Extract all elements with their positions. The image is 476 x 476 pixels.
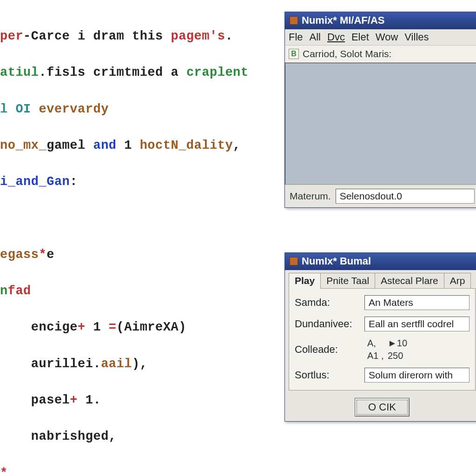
code-token: l OI bbox=[0, 102, 39, 116]
code-token: per bbox=[0, 29, 23, 43]
code-token: gamel bbox=[46, 139, 93, 152]
window-title: NumIx* Bumal bbox=[302, 255, 371, 267]
toolbar-text: Carriod, Solot Maris: bbox=[303, 48, 391, 60]
code-token: 1 bbox=[93, 320, 108, 334]
code-token: * bbox=[39, 248, 47, 262]
code-token: craplent bbox=[186, 66, 249, 79]
code-token: 1. bbox=[86, 393, 101, 407]
tabstrip: Play Pnite Taal Astecal Plare Arp bbox=[285, 270, 476, 288]
titlebar[interactable]: NumIx* Bumal bbox=[285, 253, 476, 270]
titlebar[interactable]: Numix* MI/AF/AS bbox=[285, 12, 476, 29]
materum-label: Materum. bbox=[290, 191, 331, 202]
code-token: i_and_Gan bbox=[0, 175, 70, 189]
code-token: aurillei. bbox=[0, 357, 101, 371]
code-token: evervardy bbox=[39, 102, 109, 116]
menu-fle[interactable]: Fle bbox=[289, 31, 303, 43]
toolbar: B Carriod, Solot Maris: bbox=[285, 46, 476, 63]
colleade-a1-value: ►10 bbox=[388, 338, 469, 349]
code-token: (AimreXA) bbox=[117, 320, 186, 334]
menu-all[interactable]: All bbox=[310, 31, 321, 43]
sortlus-label: Sortlus: bbox=[295, 369, 364, 381]
sortlus-field[interactable]: Solum direrorn with bbox=[364, 368, 469, 383]
form-area: Samda: An Maters Dundanivee: Eall an ser… bbox=[289, 288, 476, 390]
status-row: Materum. Selenosdout.0 bbox=[285, 185, 476, 207]
colleade-a2-label: A1 , bbox=[364, 350, 388, 361]
button-row: O CIK bbox=[285, 395, 476, 421]
code-token: .fisls crimtmied a bbox=[39, 66, 186, 79]
code-token: * bbox=[0, 466, 8, 476]
code-token: no_mx_ bbox=[0, 139, 46, 152]
tab-pnite-taal[interactable]: Pnite Taal bbox=[320, 273, 375, 288]
code-token: + bbox=[78, 320, 93, 334]
code-token: -Carce i dram this bbox=[23, 29, 171, 43]
code-token: egass bbox=[0, 248, 39, 262]
code-token: e bbox=[46, 248, 54, 262]
colleade-grid: A, ►10 A1 , 250 bbox=[364, 338, 469, 361]
code-token: encige bbox=[0, 320, 78, 334]
materum-field[interactable]: Selenosdout.0 bbox=[336, 189, 475, 204]
window-numix-miafas: Numix* MI/AF/AS Fle All Dvc Elet Wow Vil… bbox=[284, 12, 476, 208]
menu-dvc[interactable]: Dvc bbox=[327, 31, 345, 43]
code-token: : bbox=[70, 175, 78, 189]
ok-button[interactable]: O CIK bbox=[355, 398, 410, 416]
code-token: = bbox=[109, 320, 117, 334]
colleade-label: Colleade: bbox=[295, 344, 364, 356]
menu-wow[interactable]: Wow bbox=[376, 31, 398, 43]
code-token: ), bbox=[132, 357, 147, 371]
samda-label: Samda: bbox=[295, 297, 364, 309]
menu-villes[interactable]: Villes bbox=[404, 31, 429, 43]
code-token: n bbox=[0, 284, 8, 298]
content-area[interactable] bbox=[285, 63, 476, 185]
app-icon bbox=[290, 257, 298, 265]
app-icon bbox=[290, 16, 298, 25]
code-token: nabrishged, bbox=[0, 430, 117, 443]
code-editor[interactable]: per-Carce i dram this pagem's. atiul.fis… bbox=[0, 9, 274, 476]
colleade-a2-value: 250 bbox=[388, 350, 469, 361]
code-token: aail bbox=[101, 357, 132, 371]
tab-astecal-plare[interactable]: Astecal Plare bbox=[375, 273, 444, 288]
code-token: 1 bbox=[117, 139, 140, 152]
code-token: pasel bbox=[0, 393, 70, 407]
menu-elet[interactable]: Elet bbox=[351, 31, 369, 43]
code-token: hoctN_dality bbox=[140, 139, 233, 152]
code-token: + bbox=[70, 393, 85, 407]
dundanivee-label: Dundanivee: bbox=[295, 318, 364, 330]
window-numix-bumal: NumIx* Bumal Play Pnite Taal Astecal Pla… bbox=[284, 252, 476, 422]
code-token: pagem's bbox=[171, 29, 225, 43]
toolbar-button-b[interactable]: B bbox=[289, 49, 299, 59]
tab-play[interactable]: Play bbox=[289, 273, 321, 289]
code-token: atiul bbox=[0, 66, 39, 79]
window-title: Numix* MI/AF/AS bbox=[302, 14, 384, 26]
dundanivee-field[interactable]: Eall an sertfll codrel bbox=[364, 317, 469, 331]
code-token: fad bbox=[8, 284, 31, 298]
menubar: Fle All Dvc Elet Wow Villes bbox=[285, 29, 476, 46]
code-token: , bbox=[233, 139, 241, 152]
tab-arp[interactable]: Arp bbox=[444, 273, 471, 288]
colleade-a1-label: A, bbox=[364, 338, 388, 349]
code-token: and bbox=[93, 139, 116, 152]
samda-field[interactable]: An Maters bbox=[364, 295, 469, 310]
code-token: . bbox=[225, 29, 233, 43]
